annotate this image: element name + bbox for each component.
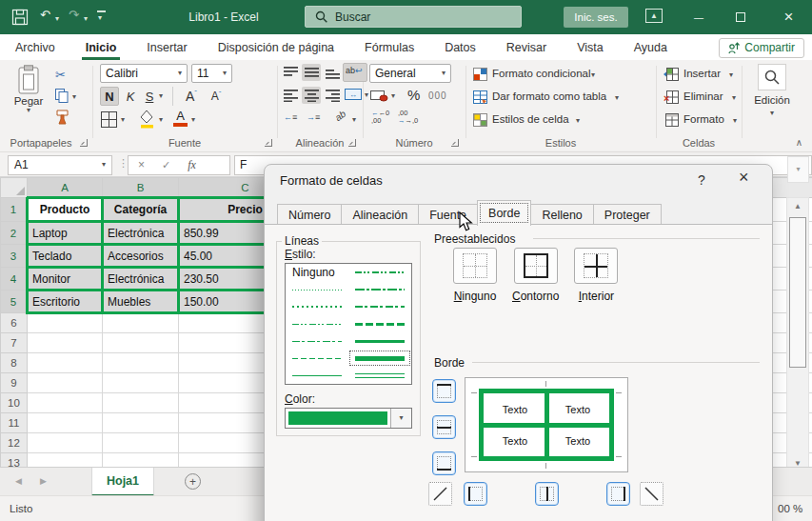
cell-B2[interactable]: Electrónica (103, 222, 179, 245)
ribbon-tab-revisar[interactable]: Revisar (491, 34, 562, 60)
ribbon-tab-datos[interactable]: Datos (429, 34, 491, 60)
merge-chevron-icon[interactable]: ▾ (365, 91, 368, 99)
borders-icon[interactable] (101, 111, 117, 128)
expand-formula-bar-button[interactable]: ▾ (787, 156, 809, 183)
alignment-dialog-launcher[interactable] (348, 139, 356, 147)
percent-style-button[interactable]: % (407, 87, 420, 103)
row-header-3[interactable]: 3 (1, 245, 28, 268)
font-color-icon[interactable]: A (173, 110, 188, 127)
delete-cells-button[interactable]: Eliminar (683, 90, 723, 102)
qat-customize-chevron-icon[interactable]: ▾ (98, 14, 102, 22)
cell-B11[interactable] (103, 413, 179, 433)
align-left-icon[interactable] (284, 90, 298, 102)
align-top-icon[interactable] (284, 67, 298, 79)
fill-color-icon[interactable] (139, 110, 155, 129)
format-cells-icon[interactable] (663, 113, 679, 127)
line-style-none[interactable]: Ninguno (286, 264, 348, 281)
decrease-font-button[interactable]: Aˇ (206, 87, 227, 106)
new-sheet-button[interactable]: + (185, 473, 201, 490)
cell-B5[interactable]: Muebles (103, 291, 179, 313)
decrease-indent-button[interactable]: ←≡ (284, 112, 297, 122)
search-box[interactable]: Buscar (305, 6, 522, 28)
fill-color-chevron-icon[interactable]: ▾ (159, 116, 163, 124)
cell-B8[interactable] (103, 353, 179, 373)
accounting-chevron-icon[interactable]: ▾ (391, 92, 395, 100)
cell-A8[interactable] (28, 353, 103, 373)
redo-chevron-icon[interactable]: ▾ (84, 15, 88, 23)
line-style-dash-dot-dot[interactable] (286, 315, 348, 332)
cell-A11[interactable] (28, 413, 103, 433)
share-button[interactable]: Compartir (719, 38, 804, 58)
column-header-A[interactable]: A (28, 178, 103, 198)
row-header-6[interactable]: 6 (1, 313, 28, 333)
close-window-button[interactable]: × (765, 0, 812, 34)
wrap-text-button[interactable]: ab↩ (346, 66, 363, 75)
conditional-formatting-icon[interactable] (473, 68, 487, 81)
borders-chevron-icon[interactable]: ▾ (121, 116, 125, 124)
copy-chevron-icon[interactable]: ▾ (72, 93, 76, 101)
format-cells-button[interactable]: Formato (683, 113, 724, 125)
paste-button[interactable]: Pegar ▾ (8, 65, 50, 137)
preset-button-none[interactable] (453, 248, 497, 284)
increase-decimal-button[interactable]: ←←0 ,00 (371, 110, 389, 125)
font-color-chevron-icon[interactable]: ▾ (191, 116, 195, 124)
dialog-tab-numero[interactable]: Número (277, 204, 342, 226)
dialog-tab-proteger[interactable]: Proteger (593, 204, 662, 226)
format-painter-button[interactable] (55, 110, 69, 125)
line-style-thin[interactable] (286, 367, 348, 384)
cell-B9[interactable] (103, 373, 179, 393)
prev-sheet-icon[interactable]: ◀ (15, 476, 22, 486)
dialog-help-button[interactable]: ? (698, 172, 705, 188)
ribbon-tab-inicio[interactable]: Inicio (70, 34, 132, 60)
border-left-button[interactable] (464, 482, 487, 506)
collapse-ribbon-button[interactable]: ∧ (796, 137, 802, 148)
scroll-up-icon[interactable]: ▲ (794, 203, 802, 210)
border-top-button[interactable] (432, 379, 456, 403)
font-family-combo[interactable]: Calibri▾ (100, 64, 188, 83)
dialog-tab-alineacion[interactable]: Alineación (341, 204, 419, 226)
font-size-combo[interactable]: 11▾ (191, 64, 232, 83)
italic-button[interactable]: K (123, 87, 138, 106)
merge-center-button[interactable]: ↔ (345, 89, 362, 100)
line-style-med-dash[interactable] (348, 315, 411, 332)
border-inside-horizontal-button[interactable] (432, 415, 456, 439)
border-bottom-button[interactable] (432, 451, 456, 475)
undo-button[interactable]: ↶ (40, 9, 50, 21)
cell-A3[interactable]: Teclado (28, 245, 103, 268)
cell-A6[interactable] (28, 313, 103, 333)
redo-button[interactable]: ↷ (69, 9, 79, 21)
sign-in-button[interactable]: Inic. ses. (564, 7, 628, 28)
format-as-table-button[interactable]: Dar formato como tabla (492, 90, 606, 102)
line-style-slant-dash-dot[interactable] (348, 281, 411, 298)
row-header-2[interactable]: 2 (1, 222, 28, 245)
increase-indent-button[interactable]: →≡ (307, 112, 320, 122)
save-icon[interactable] (11, 9, 29, 26)
name-box[interactable]: A1 ▾ (8, 155, 112, 175)
clipboard-dialog-launcher[interactable] (80, 139, 88, 147)
sheet-tab-hoja1[interactable]: Hoja1 (91, 468, 154, 496)
dialog-close-button[interactable]: × (739, 168, 749, 188)
row-header-12[interactable]: 12 (1, 433, 28, 453)
font-dialog-launcher[interactable] (265, 139, 272, 147)
border-right-button[interactable] (606, 482, 630, 506)
insert-cells-button[interactable]: Insertar (683, 68, 721, 79)
cell-A10[interactable] (28, 393, 103, 413)
cut-button[interactable]: ✂ (55, 68, 66, 82)
cell-A12[interactable] (28, 433, 103, 453)
minimize-button[interactable]: — (680, 0, 718, 34)
preset-button-inside[interactable] (574, 248, 618, 284)
line-style-thick[interactable] (348, 350, 411, 367)
align-middle-icon[interactable] (305, 67, 319, 79)
preset-button-outline[interactable] (514, 248, 558, 284)
cell-B4[interactable]: Electrónica (103, 268, 179, 291)
row-header-1[interactable]: 1 (1, 198, 28, 222)
border-color-dropdown[interactable]: ▾ (285, 408, 412, 429)
row-header-7[interactable]: 7 (1, 333, 28, 353)
ribbon-tab-archivo[interactable]: Archivo (0, 34, 70, 60)
insert-function-button[interactable]: fx (188, 158, 196, 172)
cell-styles-icon[interactable] (473, 113, 487, 127)
color-dropdown-button[interactable]: ▾ (390, 409, 411, 428)
enter-formula-button[interactable]: ✓ (162, 159, 170, 171)
ribbon-display-options-button[interactable]: ▲ (645, 9, 663, 23)
cell-B6[interactable] (103, 313, 179, 333)
